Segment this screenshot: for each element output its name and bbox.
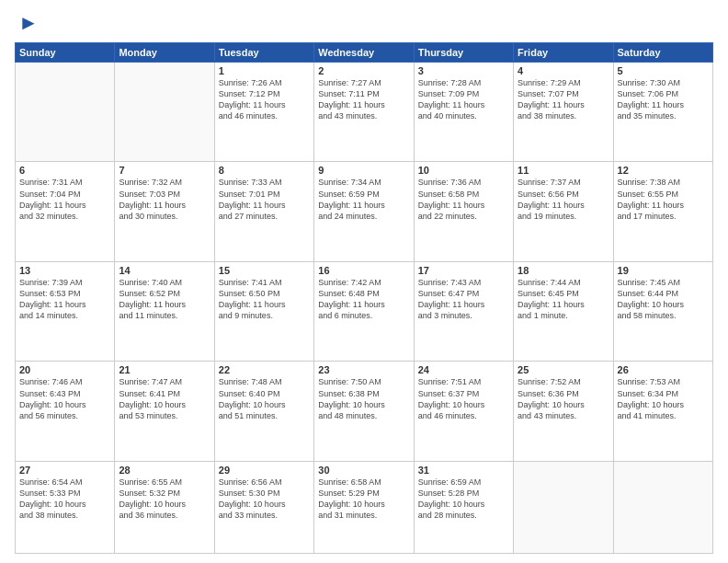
day-info: Sunrise: 6:55 AM Sunset: 5:32 PM Dayligh…	[119, 477, 210, 522]
day-info: Sunrise: 7:29 AM Sunset: 7:07 PM Dayligh…	[518, 77, 609, 122]
calendar-cell: 10Sunrise: 7:36 AM Sunset: 6:58 PM Dayli…	[414, 162, 513, 261]
day-info: Sunrise: 7:33 AM Sunset: 7:01 PM Dayligh…	[219, 177, 310, 222]
calendar-cell: 1Sunrise: 7:26 AM Sunset: 7:12 PM Daylig…	[214, 63, 313, 162]
calendar-cell: 13Sunrise: 7:39 AM Sunset: 6:53 PM Dayli…	[16, 261, 115, 361]
calendar-cell: 21Sunrise: 7:47 AM Sunset: 6:41 PM Dayli…	[115, 362, 214, 461]
day-number: 30	[318, 465, 409, 476]
calendar-cell: 5Sunrise: 7:30 AM Sunset: 7:06 PM Daylig…	[613, 63, 712, 162]
calendar-cell: 16Sunrise: 7:42 AM Sunset: 6:48 PM Dayli…	[314, 261, 414, 361]
day-number: 18	[518, 265, 609, 276]
calendar-cell: 15Sunrise: 7:41 AM Sunset: 6:50 PM Dayli…	[214, 261, 313, 361]
day-header-sunday: Sunday	[16, 43, 115, 63]
page: ► SundayMondayTuesdayWednesdayThursdayFr…	[0, 0, 728, 563]
day-info: Sunrise: 7:31 AM Sunset: 7:04 PM Dayligh…	[19, 177, 110, 222]
day-info: Sunrise: 7:44 AM Sunset: 6:45 PM Dayligh…	[518, 277, 609, 322]
day-number: 7	[119, 165, 210, 176]
day-info: Sunrise: 7:26 AM Sunset: 7:12 PM Dayligh…	[219, 77, 310, 122]
calendar-cell: 17Sunrise: 7:43 AM Sunset: 6:47 PM Dayli…	[414, 261, 513, 361]
day-header-saturday: Saturday	[613, 43, 712, 63]
day-number: 2	[318, 65, 409, 76]
day-info: Sunrise: 6:59 AM Sunset: 5:28 PM Dayligh…	[418, 477, 509, 522]
day-info: Sunrise: 6:56 AM Sunset: 5:30 PM Dayligh…	[219, 477, 310, 522]
calendar-week-row: 1Sunrise: 7:26 AM Sunset: 7:12 PM Daylig…	[16, 63, 713, 162]
day-info: Sunrise: 7:50 AM Sunset: 6:38 PM Dayligh…	[318, 376, 409, 421]
calendar-week-row: 20Sunrise: 7:46 AM Sunset: 6:43 PM Dayli…	[16, 362, 713, 461]
day-info: Sunrise: 7:48 AM Sunset: 6:40 PM Dayligh…	[219, 376, 310, 421]
day-info: Sunrise: 7:28 AM Sunset: 7:09 PM Dayligh…	[418, 77, 509, 122]
calendar-cell: 30Sunrise: 6:58 AM Sunset: 5:29 PM Dayli…	[314, 461, 414, 553]
calendar-cell: 11Sunrise: 7:37 AM Sunset: 6:56 PM Dayli…	[514, 162, 613, 261]
calendar-cell: 7Sunrise: 7:32 AM Sunset: 7:03 PM Daylig…	[115, 162, 214, 261]
day-info: Sunrise: 6:58 AM Sunset: 5:29 PM Dayligh…	[318, 477, 409, 522]
calendar-cell: 27Sunrise: 6:54 AM Sunset: 5:33 PM Dayli…	[16, 461, 115, 553]
calendar-cell: 22Sunrise: 7:48 AM Sunset: 6:40 PM Dayli…	[214, 362, 313, 461]
day-number: 3	[418, 65, 509, 76]
day-number: 10	[418, 165, 509, 176]
calendar-week-row: 27Sunrise: 6:54 AM Sunset: 5:33 PM Dayli…	[16, 461, 713, 553]
day-number: 27	[19, 465, 110, 476]
day-number: 29	[219, 465, 310, 476]
calendar-cell: 18Sunrise: 7:44 AM Sunset: 6:45 PM Dayli…	[514, 261, 613, 361]
calendar-cell: 8Sunrise: 7:33 AM Sunset: 7:01 PM Daylig…	[214, 162, 313, 261]
calendar-cell: 14Sunrise: 7:40 AM Sunset: 6:52 PM Dayli…	[115, 261, 214, 361]
day-header-tuesday: Tuesday	[214, 43, 313, 63]
day-info: Sunrise: 7:51 AM Sunset: 6:37 PM Dayligh…	[418, 376, 509, 421]
day-info: Sunrise: 7:43 AM Sunset: 6:47 PM Dayligh…	[418, 277, 509, 322]
day-header-monday: Monday	[115, 43, 214, 63]
calendar-header-row: SundayMondayTuesdayWednesdayThursdayFrid…	[16, 43, 713, 63]
day-info: Sunrise: 7:38 AM Sunset: 6:55 PM Dayligh…	[618, 177, 709, 222]
day-number: 1	[219, 65, 310, 76]
logo: ►	[15, 11, 39, 35]
day-number: 22	[219, 364, 310, 375]
calendar-cell: 25Sunrise: 7:52 AM Sunset: 6:36 PM Dayli…	[514, 362, 613, 461]
day-number: 17	[418, 265, 509, 276]
day-info: Sunrise: 7:53 AM Sunset: 6:34 PM Dayligh…	[618, 376, 709, 421]
day-info: Sunrise: 7:45 AM Sunset: 6:44 PM Dayligh…	[618, 277, 709, 322]
day-number: 6	[19, 165, 110, 176]
calendar-cell: 2Sunrise: 7:27 AM Sunset: 7:11 PM Daylig…	[314, 63, 414, 162]
day-info: Sunrise: 7:34 AM Sunset: 6:59 PM Dayligh…	[318, 177, 409, 222]
day-info: Sunrise: 7:42 AM Sunset: 6:48 PM Dayligh…	[318, 277, 409, 322]
header: ►	[15, 11, 713, 35]
calendar-cell: 9Sunrise: 7:34 AM Sunset: 6:59 PM Daylig…	[314, 162, 414, 261]
day-number: 14	[119, 265, 210, 276]
calendar-cell: 29Sunrise: 6:56 AM Sunset: 5:30 PM Dayli…	[214, 461, 313, 553]
calendar-cell	[613, 461, 712, 553]
calendar-cell: 4Sunrise: 7:29 AM Sunset: 7:07 PM Daylig…	[514, 63, 613, 162]
day-info: Sunrise: 7:47 AM Sunset: 6:41 PM Dayligh…	[119, 376, 210, 421]
day-number: 11	[518, 165, 609, 176]
calendar-week-row: 6Sunrise: 7:31 AM Sunset: 7:04 PM Daylig…	[16, 162, 713, 261]
day-info: Sunrise: 7:52 AM Sunset: 6:36 PM Dayligh…	[518, 376, 609, 421]
day-number: 20	[19, 364, 110, 375]
day-number: 16	[318, 265, 409, 276]
day-number: 5	[618, 65, 709, 76]
calendar-cell: 12Sunrise: 7:38 AM Sunset: 6:55 PM Dayli…	[613, 162, 712, 261]
day-header-friday: Friday	[514, 43, 613, 63]
day-info: Sunrise: 7:32 AM Sunset: 7:03 PM Dayligh…	[119, 177, 210, 222]
day-info: Sunrise: 7:27 AM Sunset: 7:11 PM Dayligh…	[318, 77, 409, 122]
logo-bird-icon: ►	[18, 11, 39, 35]
calendar-table: SundayMondayTuesdayWednesdayThursdayFrid…	[15, 42, 713, 554]
day-header-thursday: Thursday	[414, 43, 513, 63]
day-number: 4	[518, 65, 609, 76]
day-number: 26	[618, 364, 709, 375]
day-number: 28	[119, 465, 210, 476]
calendar-cell: 23Sunrise: 7:50 AM Sunset: 6:38 PM Dayli…	[314, 362, 414, 461]
day-number: 13	[19, 265, 110, 276]
day-number: 24	[418, 364, 509, 375]
day-info: Sunrise: 7:40 AM Sunset: 6:52 PM Dayligh…	[119, 277, 210, 322]
calendar-cell: 6Sunrise: 7:31 AM Sunset: 7:04 PM Daylig…	[16, 162, 115, 261]
day-number: 8	[219, 165, 310, 176]
calendar-cell: 19Sunrise: 7:45 AM Sunset: 6:44 PM Dayli…	[613, 261, 712, 361]
calendar-cell: 31Sunrise: 6:59 AM Sunset: 5:28 PM Dayli…	[414, 461, 513, 553]
day-number: 12	[618, 165, 709, 176]
calendar-cell: 3Sunrise: 7:28 AM Sunset: 7:09 PM Daylig…	[414, 63, 513, 162]
calendar-week-row: 13Sunrise: 7:39 AM Sunset: 6:53 PM Dayli…	[16, 261, 713, 361]
day-number: 25	[518, 364, 609, 375]
calendar-cell	[514, 461, 613, 553]
calendar-cell	[115, 63, 214, 162]
day-info: Sunrise: 7:36 AM Sunset: 6:58 PM Dayligh…	[418, 177, 509, 222]
calendar-cell	[16, 63, 115, 162]
day-info: Sunrise: 7:37 AM Sunset: 6:56 PM Dayligh…	[518, 177, 609, 222]
day-number: 21	[119, 364, 210, 375]
